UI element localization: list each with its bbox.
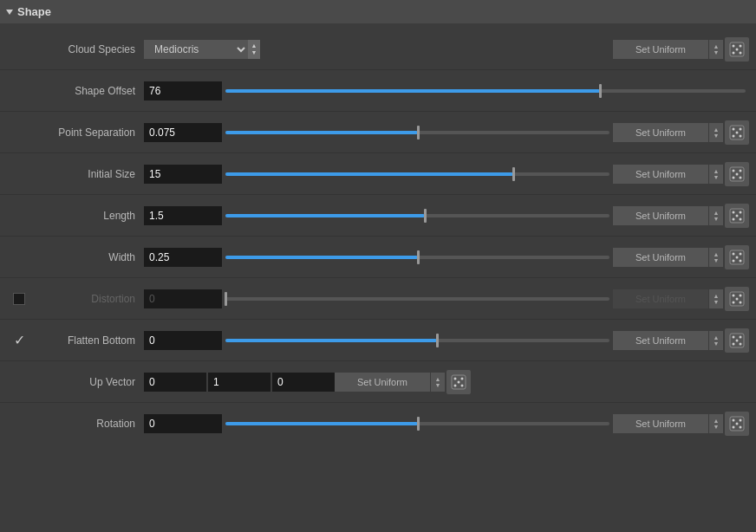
slider-track-width — [225, 256, 609, 259]
svg-point-45 — [454, 384, 457, 386]
dice-button-cloud-species[interactable] — [725, 37, 749, 62]
svg-point-3 — [733, 51, 735, 54]
dice-button-flatten-bottom[interactable] — [725, 328, 749, 353]
slider-track-rotation — [225, 422, 609, 425]
dropdown-cloud-species[interactable]: Mediocris ▲▼ — [144, 40, 260, 59]
value-input-flatten-bottom[interactable] — [144, 331, 222, 350]
label-shape-offset: Shape Offset — [31, 85, 144, 97]
three-values-up-vector — [144, 373, 335, 392]
collapse-triangle[interactable] — [6, 10, 13, 15]
svg-point-26 — [740, 252, 742, 255]
slider-distortion[interactable] — [225, 289, 609, 308]
slider-thumb-length — [424, 209, 427, 223]
svg-point-14 — [740, 169, 742, 172]
svg-point-43 — [454, 377, 457, 380]
label-initial-size: Initial Size — [31, 168, 144, 180]
svg-point-44 — [461, 377, 464, 380]
value-input-shape-offset[interactable] — [144, 81, 222, 101]
checkmark-flatten-bottom[interactable]: ✓ — [14, 334, 25, 347]
set-uniform-button-flatten-bottom[interactable]: Set Uniform — [613, 331, 708, 350]
svg-point-39 — [733, 342, 735, 345]
arrows-button-distortion[interactable]: ▲▼ — [709, 289, 723, 308]
svg-point-52 — [740, 426, 742, 429]
label-distortion: Distortion — [31, 293, 144, 305]
arrows-button-initial-size[interactable]: ▲▼ — [709, 165, 723, 184]
svg-point-28 — [740, 259, 742, 262]
slider-track-initial-size — [225, 172, 609, 176]
set-uniform-button-cloud-species[interactable]: Set Uniform — [613, 40, 708, 59]
slider-length[interactable] — [225, 206, 609, 225]
shape-panel: Shape Cloud Species Mediocris ▲▼ Set Uni… — [0, 0, 756, 450]
slider-flatten-bottom[interactable] — [225, 331, 609, 350]
slider-thumb-distortion — [225, 292, 227, 306]
set-uniform-button-up-vector[interactable]: Set Uniform — [335, 373, 430, 392]
dice-button-point-separation[interactable] — [725, 120, 749, 145]
svg-point-40 — [740, 342, 742, 345]
svg-point-5 — [736, 48, 739, 50]
value-input-distortion[interactable] — [144, 289, 222, 308]
slider-initial-size[interactable] — [225, 165, 609, 184]
value-input-length[interactable] — [144, 206, 222, 225]
slider-track-distortion — [225, 297, 609, 301]
checkbox-distortion[interactable] — [13, 293, 25, 305]
slider-fill-point-separation — [225, 131, 418, 134]
dice-button-distortion[interactable] — [725, 287, 749, 311]
svg-point-53 — [736, 423, 739, 425]
svg-point-34 — [740, 301, 742, 303]
panel-body: Cloud Species Mediocris ▲▼ Set Uniform ▲… — [0, 23, 756, 450]
svg-point-25 — [733, 252, 735, 255]
dice-button-length[interactable] — [725, 204, 749, 228]
label-length: Length — [31, 210, 144, 222]
value-input-initial-size[interactable] — [144, 165, 222, 184]
value-input-up-vector-1[interactable] — [208, 373, 270, 392]
slider-track-length — [225, 214, 609, 217]
slider-width[interactable] — [225, 248, 609, 267]
set-uniform-button-distortion[interactable]: Set Uniform — [613, 289, 708, 308]
arrows-button-point-separation[interactable]: ▲▼ — [709, 123, 723, 142]
svg-point-51 — [733, 426, 735, 429]
dice-button-up-vector[interactable] — [446, 370, 471, 394]
row-initial-size: Initial Size Set Uniform ▲▼ — [0, 153, 756, 195]
svg-point-49 — [733, 419, 735, 422]
svg-point-47 — [458, 380, 460, 383]
svg-point-10 — [740, 134, 742, 137]
value-input-rotation[interactable] — [144, 414, 222, 433]
arrows-button-flatten-bottom[interactable]: ▲▼ — [709, 331, 723, 350]
dropdown-arrows-cloud-species: ▲▼ — [248, 40, 260, 59]
set-uniform-button-point-separation[interactable]: Set Uniform — [613, 123, 708, 142]
slider-thumb-point-separation — [417, 126, 420, 139]
slider-shape-offset[interactable] — [225, 81, 746, 101]
arrows-button-length[interactable]: ▲▼ — [709, 206, 723, 225]
set-uniform-button-rotation[interactable]: Set Uniform — [613, 414, 708, 433]
set-uniform-button-length[interactable]: Set Uniform — [613, 206, 708, 225]
checkbox-prefix-distortion — [7, 293, 31, 305]
dice-button-rotation[interactable] — [725, 412, 749, 436]
slider-thumb-shape-offset — [599, 84, 602, 98]
slider-rotation[interactable] — [225, 414, 609, 433]
panel-header: Shape — [0, 0, 756, 23]
set-uniform-button-initial-size[interactable]: Set Uniform — [613, 165, 708, 184]
svg-point-4 — [740, 51, 742, 54]
svg-point-37 — [733, 335, 735, 338]
value-input-width[interactable] — [144, 248, 222, 267]
svg-point-8 — [740, 127, 742, 130]
set-uniform-button-width[interactable]: Set Uniform — [613, 248, 708, 267]
arrows-button-up-vector[interactable]: ▲▼ — [431, 373, 445, 392]
value-input-up-vector-0[interactable] — [144, 373, 206, 392]
dice-button-initial-size[interactable] — [725, 162, 749, 186]
value-input-point-separation[interactable] — [144, 123, 222, 142]
row-cloud-species: Cloud Species Mediocris ▲▼ Set Uniform ▲… — [0, 29, 756, 70]
row-flatten-bottom: ✓ Flatten Bottom Set Uniform ▲▼ — [0, 320, 756, 361]
svg-point-32 — [740, 294, 742, 296]
dice-button-width[interactable] — [725, 245, 749, 269]
dropdown-select-cloud-species[interactable]: Mediocris — [144, 40, 248, 59]
svg-point-41 — [736, 339, 739, 341]
arrows-button-width[interactable]: ▲▼ — [709, 248, 723, 267]
label-point-separation: Point Separation — [31, 127, 144, 139]
arrows-button-rotation[interactable]: ▲▼ — [709, 414, 723, 433]
label-rotation: Rotation — [31, 418, 144, 430]
slider-point-separation[interactable] — [225, 123, 609, 142]
slider-track-shape-offset — [225, 89, 746, 93]
arrows-button-cloud-species[interactable]: ▲▼ — [709, 40, 723, 59]
value-input-up-vector-2[interactable] — [272, 373, 335, 392]
